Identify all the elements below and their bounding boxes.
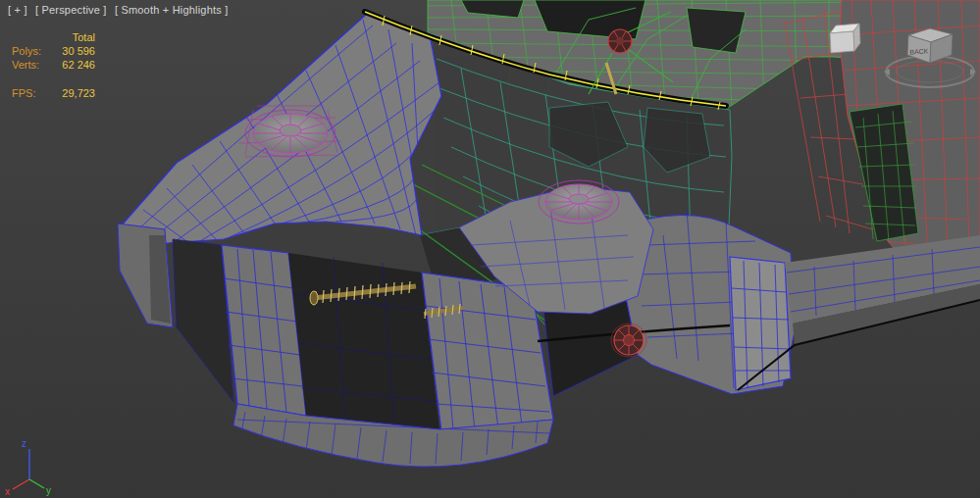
driveshaft-collar	[310, 291, 318, 305]
stats-verts-value: 62 246	[48, 58, 95, 72]
helper-box-object[interactable]	[830, 24, 860, 53]
center-opening	[288, 253, 439, 429]
stats-polys-label: Polys:	[12, 44, 48, 58]
viewcube-face-label[interactable]: BACK	[909, 47, 929, 55]
statistics-overlay: Total Polys: 30 596 Verts: 62 246 FPS: 2…	[12, 30, 95, 100]
viewport-general-menu[interactable]: [ + ]	[8, 4, 27, 16]
strut-tower-right[interactable]	[539, 180, 619, 224]
stats-polys-row: Polys: 30 596	[12, 44, 95, 58]
scene-3d-canvas[interactable]: BACK z x y	[0, 0, 980, 498]
stats-verts-row: Verts: 62 246	[12, 58, 95, 72]
stats-total-row: Total	[12, 30, 95, 44]
stats-polys-value: 30 596	[48, 44, 95, 58]
stats-fps-label: FPS:	[12, 86, 48, 100]
tower-left-cap	[280, 124, 301, 136]
roof-opening	[687, 8, 746, 53]
helper-box-front	[830, 31, 854, 53]
stats-fps-value: 29,723	[48, 86, 95, 100]
tower-right-cap	[569, 194, 589, 204]
viewport-label: [ + ] [ Perspective ] [ Smooth + Highlig…	[8, 4, 232, 16]
viewport-shading-menu[interactable]: [ Smooth + Highlights ]	[115, 4, 229, 16]
viewport-pov-menu[interactable]: [ Perspective ]	[35, 4, 107, 16]
hub-mid-center	[624, 335, 635, 346]
axis-z-label: z	[22, 438, 26, 449]
wheel-hub-mid[interactable]	[611, 324, 646, 357]
stats-total-label: Total	[48, 30, 95, 44]
stats-verts-label: Verts:	[12, 58, 48, 72]
viewport[interactable]: BACK z x y [ + ] [ Perspective ] [ Smoot…	[0, 0, 980, 498]
axis-y-label: y	[46, 485, 51, 496]
stats-total-spacer	[12, 30, 48, 44]
stats-fps-row: FPS: 29,723	[12, 86, 95, 100]
axis-x-label: x	[5, 486, 10, 497]
hub-top-center	[616, 37, 624, 45]
